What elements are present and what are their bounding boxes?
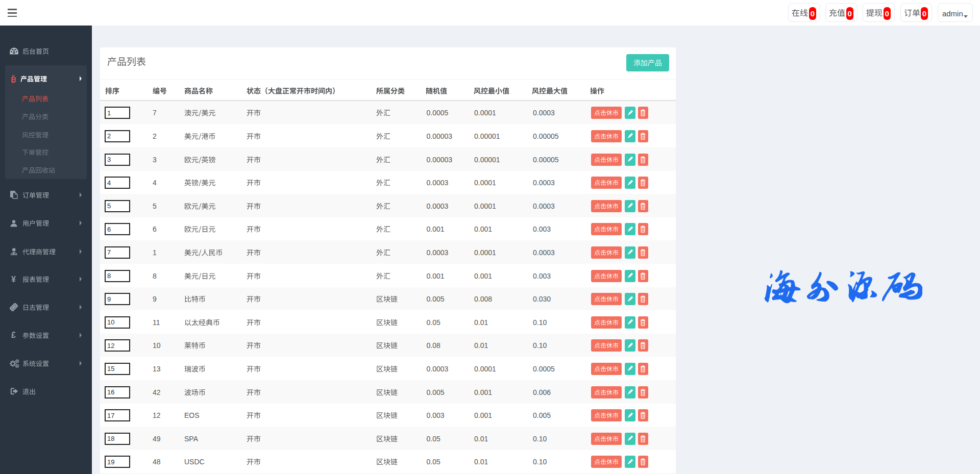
svg-text:B: B xyxy=(11,75,16,83)
